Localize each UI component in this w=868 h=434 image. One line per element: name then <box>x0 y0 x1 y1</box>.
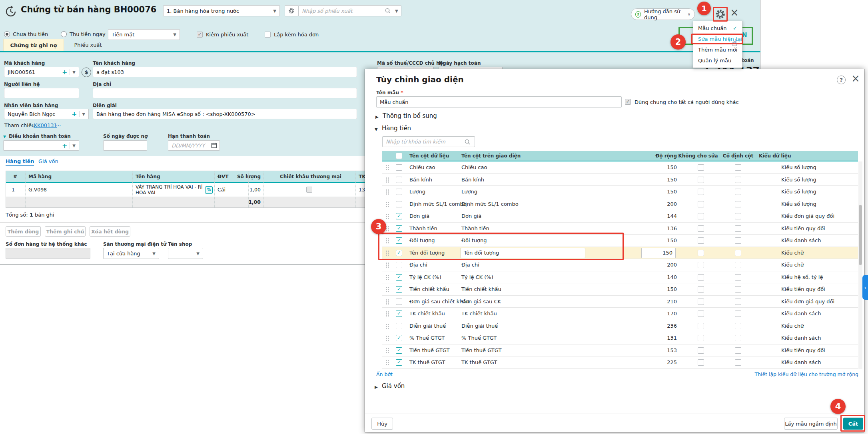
drag-handle-icon[interactable] <box>385 311 390 317</box>
get-default-template-button[interactable]: Lấy mẫu ngầm định <box>784 418 838 430</box>
no-edit-checkbox[interactable] <box>698 274 704 281</box>
close-window-icon[interactable]: × <box>730 8 739 17</box>
menu-item-quan-ly-mau[interactable]: Quản lý mẫu <box>693 55 742 66</box>
expand-icon[interactable]: ▶ <box>375 385 378 389</box>
customer-name-input[interactable]: a đạt s103 <box>93 67 357 77</box>
collapse-icon[interactable]: ▼ <box>3 135 6 139</box>
no-edit-checkbox[interactable] <box>698 213 704 219</box>
add-row-button[interactable]: Thêm dòng <box>6 226 41 237</box>
payment-method-select[interactable]: Tiền mặt▼ <box>108 29 180 40</box>
chevron-down-icon[interactable]: ▼ <box>395 9 398 13</box>
fixed-col-checkbox[interactable] <box>735 335 741 341</box>
fixed-col-checkbox[interactable] <box>735 201 741 207</box>
address-input[interactable] <box>93 88 357 98</box>
discount-doc-icon[interactable]: % <box>205 186 213 194</box>
dialog-table-row[interactable]: Diễn giải thuếDiễn giải thuế236Kiểu chữ <box>382 320 858 332</box>
no-edit-checkbox[interactable] <box>698 189 704 195</box>
visible-checkbox[interactable] <box>396 347 402 354</box>
visible-checkbox[interactable] <box>396 359 402 366</box>
fixed-col-checkbox[interactable] <box>735 299 741 305</box>
no-edit-checkbox[interactable] <box>698 311 704 317</box>
drag-handle-icon[interactable] <box>385 360 390 366</box>
reference-link[interactable]: XK00131 <box>34 122 57 128</box>
chevron-down-icon[interactable]: ▼ <box>72 70 76 74</box>
dialog-close-icon[interactable]: × <box>851 74 860 83</box>
visible-checkbox[interactable] <box>396 335 402 341</box>
help-guide-button[interactable]: ? Hướng dẫn sử dụng ∨ <box>631 8 695 20</box>
fixed-col-checkbox[interactable] <box>735 250 741 256</box>
radio-collect-now[interactable] <box>61 31 67 37</box>
sales-person-combo[interactable]: Nguyễn Bích Ngọc+▼ <box>4 109 89 119</box>
visible-checkbox[interactable] <box>396 323 402 329</box>
tab-chung-tu-ghi-no[interactable]: Chứng từ ghi nợ <box>3 39 64 51</box>
radio-not-collected[interactable] <box>4 31 10 37</box>
template-name-input[interactable]: Mẫu chuẩn <box>376 96 622 108</box>
add-icon[interactable]: + <box>62 142 67 149</box>
fixed-col-checkbox[interactable] <box>735 286 741 293</box>
payment-term-combo[interactable]: +▼ <box>3 140 79 151</box>
no-edit-checkbox[interactable] <box>698 262 704 268</box>
fixed-col-checkbox[interactable] <box>735 225 741 232</box>
drag-handle-icon[interactable] <box>385 335 390 341</box>
debt-days-input[interactable] <box>103 140 147 151</box>
sub-tab-gia-von[interactable]: Giá vốn <box>38 158 58 164</box>
menu-item-mau-chuan[interactable]: Mẫu chuẩn✓ <box>693 23 742 34</box>
shop-select[interactable]: ▼ <box>168 248 203 259</box>
section-additional-info[interactable]: Thông tin bổ sung <box>383 112 437 119</box>
no-edit-checkbox[interactable] <box>698 323 704 329</box>
dialog-table-row[interactable]: Tiền thuế GTGTTiền thuế GTGT153Kiểu tiền… <box>382 344 858 357</box>
fixed-col-checkbox[interactable] <box>735 347 741 354</box>
reference-more-link[interactable]: ... <box>56 121 61 127</box>
dialog-scrollbar-thumb[interactable] <box>859 205 862 265</box>
dialog-help-icon[interactable]: ? <box>837 76 846 84</box>
drag-handle-icon[interactable] <box>385 323 390 329</box>
visible-checkbox[interactable] <box>396 164 402 171</box>
dialog-table-row[interactable]: Bán kínhBán kính150Kiểu số lượng <box>382 174 858 186</box>
collapse-icon[interactable]: ▼ <box>375 127 378 131</box>
no-edit-checkbox[interactable] <box>698 177 704 183</box>
fixed-col-checkbox[interactable] <box>735 164 741 171</box>
dialog-table-row[interactable]: Định mức SL/1 comboĐịnh mức SL/1 combo20… <box>382 198 858 211</box>
chevron-down-icon[interactable]: ▼ <box>82 112 85 116</box>
visible-checkbox[interactable] <box>396 286 402 293</box>
visible-checkbox[interactable] <box>396 177 402 183</box>
dialog-table-row[interactable]: TK chiết khấuTK chiết khấu170Kiểu danh s… <box>382 308 858 320</box>
tab-phieu-xuat[interactable]: Phiếu xuất <box>67 39 109 51</box>
fixed-col-checkbox[interactable] <box>735 177 741 183</box>
delete-rows-button[interactable]: Xóa hết dòng <box>90 226 130 237</box>
fixed-col-checkbox[interactable] <box>735 274 741 281</box>
drag-handle-icon[interactable] <box>385 299 390 305</box>
visible-checkbox[interactable] <box>396 299 402 305</box>
dialog-table-row[interactable]: TK thuế GTGTTK thuế GTGT225Kiểu danh sác… <box>382 356 858 369</box>
drag-handle-icon[interactable] <box>385 165 390 171</box>
chevron-down-icon[interactable]: ▼ <box>72 143 76 148</box>
fixed-col-checkbox[interactable] <box>735 359 741 366</box>
drag-handle-icon[interactable] <box>385 177 390 183</box>
dialog-scrollbar-track[interactable] <box>858 161 862 369</box>
section-gia-von[interactable]: Giá vốn <box>382 382 405 390</box>
section-hang-tien[interactable]: Hàng tiền <box>382 125 411 132</box>
fixed-col-checkbox[interactable] <box>735 237 741 244</box>
dialog-table-row[interactable]: Tiền chiết khấuTiền chiết khấu150Kiểu ti… <box>382 283 858 296</box>
share-template-checkbox[interactable] <box>625 99 631 105</box>
extended-field-type-link[interactable]: Thiết lập kiểu dữ liệu cho trường mở rộn… <box>754 371 858 377</box>
add-note-button[interactable]: Thêm ghi chú <box>45 226 86 237</box>
dialog-table-row[interactable]: Địa chỉĐịa chỉ200Kiểu chữ <box>382 259 858 271</box>
visible-checkbox[interactable] <box>396 213 402 219</box>
lap-kem-hoa-don-checkbox[interactable] <box>265 32 271 38</box>
add-icon[interactable]: + <box>72 110 77 118</box>
doc-type-select[interactable]: 1. Bán hàng hóa trong nước▼ <box>163 5 280 16</box>
kiem-phieu-xuat-checkbox[interactable] <box>197 32 203 38</box>
fixed-col-checkbox[interactable] <box>735 189 741 195</box>
no-edit-checkbox[interactable] <box>698 164 704 171</box>
voucher-settings-button[interactable] <box>285 5 298 16</box>
no-edit-checkbox[interactable] <box>698 250 704 256</box>
currency-icon[interactable]: $ <box>82 68 91 77</box>
visible-checkbox[interactable] <box>396 201 402 207</box>
contact-input[interactable] <box>4 88 79 98</box>
dialog-table-row[interactable]: % Thuế GTGT% Thuế GTGT131Kiểu danh sách <box>382 332 858 344</box>
side-panel-toggle[interactable]: ‹ <box>862 275 868 300</box>
fixed-col-checkbox[interactable] <box>735 262 741 268</box>
description-input[interactable]: Bán hàng theo đơn hàng MISA eShop số : <… <box>93 109 357 119</box>
expand-icon[interactable]: ▶ <box>375 115 379 119</box>
